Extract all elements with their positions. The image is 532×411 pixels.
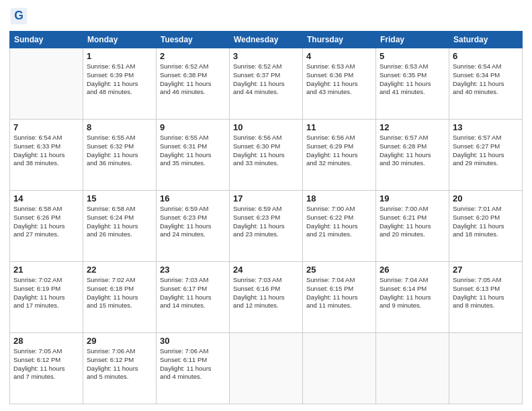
cell-content: Sunrise: 6:59 AM Sunset: 6:23 PM Dayligh… bbox=[233, 205, 299, 239]
calendar-body: 1Sunrise: 6:51 AM Sunset: 6:39 PM Daylig… bbox=[10, 48, 523, 404]
calendar-cell: 9Sunrise: 6:55 AM Sunset: 6:31 PM Daylig… bbox=[157, 120, 230, 191]
calendar-cell: 1Sunrise: 6:51 AM Sunset: 6:39 PM Daylig… bbox=[83, 48, 157, 120]
calendar-cell: 22Sunrise: 7:02 AM Sunset: 6:18 PM Dayli… bbox=[83, 262, 157, 333]
calendar-cell: 25Sunrise: 7:04 AM Sunset: 6:15 PM Dayli… bbox=[303, 262, 376, 333]
calendar-cell: 15Sunrise: 6:58 AM Sunset: 6:24 PM Dayli… bbox=[83, 191, 157, 262]
calendar-week-row: 21Sunrise: 7:02 AM Sunset: 6:19 PM Dayli… bbox=[10, 262, 523, 333]
cell-content: Sunrise: 6:53 AM Sunset: 6:35 PM Dayligh… bbox=[380, 62, 445, 97]
cell-content: Sunrise: 7:05 AM Sunset: 6:13 PM Dayligh… bbox=[453, 276, 519, 310]
cell-content: Sunrise: 6:51 AM Sunset: 6:39 PM Dayligh… bbox=[87, 62, 152, 97]
calendar-cell: 11Sunrise: 6:56 AM Sunset: 6:29 PM Dayli… bbox=[303, 120, 376, 191]
cell-content: Sunrise: 6:54 AM Sunset: 6:34 PM Dayligh… bbox=[453, 62, 519, 97]
weekday-header: Monday bbox=[83, 32, 157, 48]
cell-content: Sunrise: 7:02 AM Sunset: 6:19 PM Dayligh… bbox=[13, 276, 79, 310]
cell-content: Sunrise: 7:01 AM Sunset: 6:20 PM Dayligh… bbox=[453, 205, 519, 239]
calendar-cell: 27Sunrise: 7:05 AM Sunset: 6:13 PM Dayli… bbox=[449, 262, 523, 333]
day-number: 18 bbox=[306, 193, 372, 203]
calendar-week-row: 1Sunrise: 6:51 AM Sunset: 6:39 PM Daylig… bbox=[10, 48, 523, 120]
calendar-cell: 30Sunrise: 7:06 AM Sunset: 6:11 PM Dayli… bbox=[157, 333, 230, 404]
cell-content: Sunrise: 6:55 AM Sunset: 6:31 PM Dayligh… bbox=[160, 134, 226, 168]
calendar-cell: 23Sunrise: 7:03 AM Sunset: 6:17 PM Dayli… bbox=[157, 262, 230, 333]
cell-content: Sunrise: 6:52 AM Sunset: 6:37 PM Dayligh… bbox=[233, 62, 299, 97]
cell-content: Sunrise: 6:54 AM Sunset: 6:33 PM Dayligh… bbox=[13, 134, 79, 168]
calendar-cell: 14Sunrise: 6:58 AM Sunset: 6:26 PM Dayli… bbox=[10, 191, 83, 262]
weekday-header: Tuesday bbox=[157, 32, 230, 48]
calendar-cell: 24Sunrise: 7:03 AM Sunset: 6:16 PM Dayli… bbox=[230, 262, 303, 333]
calendar-cell: 13Sunrise: 6:57 AM Sunset: 6:27 PM Dayli… bbox=[449, 120, 523, 191]
calendar-week-row: 28Sunrise: 7:05 AM Sunset: 6:12 PM Dayli… bbox=[10, 333, 523, 404]
calendar-cell: 18Sunrise: 7:00 AM Sunset: 6:22 PM Dayli… bbox=[303, 191, 376, 262]
cell-content: Sunrise: 7:03 AM Sunset: 6:17 PM Dayligh… bbox=[160, 276, 226, 310]
cell-content: Sunrise: 7:03 AM Sunset: 6:16 PM Dayligh… bbox=[233, 276, 299, 310]
cell-content: Sunrise: 6:57 AM Sunset: 6:27 PM Dayligh… bbox=[453, 134, 519, 168]
calendar-cell: 10Sunrise: 6:56 AM Sunset: 6:30 PM Dayli… bbox=[230, 120, 303, 191]
cell-content: Sunrise: 7:05 AM Sunset: 6:12 PM Dayligh… bbox=[13, 347, 79, 381]
day-number: 19 bbox=[380, 193, 445, 203]
day-number: 7 bbox=[13, 122, 79, 132]
calendar-cell bbox=[376, 333, 449, 404]
day-number: 10 bbox=[233, 122, 299, 132]
day-number: 3 bbox=[233, 51, 299, 61]
calendar-cell: 2Sunrise: 6:52 AM Sunset: 6:38 PM Daylig… bbox=[157, 48, 230, 120]
weekday-row: SundayMondayTuesdayWednesdayThursdayFrid… bbox=[10, 32, 523, 48]
day-number: 1 bbox=[87, 51, 152, 61]
cell-content: Sunrise: 6:52 AM Sunset: 6:38 PM Dayligh… bbox=[160, 62, 226, 97]
cell-content: Sunrise: 7:02 AM Sunset: 6:18 PM Dayligh… bbox=[87, 276, 152, 310]
calendar-cell bbox=[449, 333, 523, 404]
calendar-cell: 17Sunrise: 6:59 AM Sunset: 6:23 PM Dayli… bbox=[230, 191, 303, 262]
calendar-cell: 26Sunrise: 7:04 AM Sunset: 6:14 PM Dayli… bbox=[376, 262, 449, 333]
cell-content: Sunrise: 7:04 AM Sunset: 6:15 PM Dayligh… bbox=[306, 276, 372, 310]
day-number: 26 bbox=[380, 265, 445, 275]
calendar-cell: 20Sunrise: 7:01 AM Sunset: 6:20 PM Dayli… bbox=[449, 191, 523, 262]
day-number: 13 bbox=[453, 122, 519, 132]
day-number: 15 bbox=[87, 193, 152, 203]
weekday-header: Sunday bbox=[10, 32, 83, 48]
day-number: 29 bbox=[87, 336, 152, 346]
cell-content: Sunrise: 7:00 AM Sunset: 6:21 PM Dayligh… bbox=[380, 205, 445, 239]
cell-content: Sunrise: 7:04 AM Sunset: 6:14 PM Dayligh… bbox=[380, 276, 445, 310]
calendar-table: SundayMondayTuesdayWednesdayThursdayFrid… bbox=[9, 31, 523, 404]
day-number: 20 bbox=[453, 193, 519, 203]
cell-content: Sunrise: 7:00 AM Sunset: 6:22 PM Dayligh… bbox=[306, 205, 372, 239]
day-number: 8 bbox=[87, 122, 152, 132]
calendar-cell: 28Sunrise: 7:05 AM Sunset: 6:12 PM Dayli… bbox=[10, 333, 83, 404]
svg-text:G: G bbox=[14, 9, 24, 22]
page: G SundayMondayTuesdayWednesdayThursdayFr… bbox=[0, 0, 532, 411]
calendar-week-row: 14Sunrise: 6:58 AM Sunset: 6:26 PM Dayli… bbox=[10, 191, 523, 262]
weekday-header: Friday bbox=[376, 32, 449, 48]
calendar-week-row: 7Sunrise: 6:54 AM Sunset: 6:33 PM Daylig… bbox=[10, 120, 523, 191]
day-number: 12 bbox=[380, 122, 445, 132]
cell-content: Sunrise: 6:55 AM Sunset: 6:32 PM Dayligh… bbox=[87, 134, 152, 168]
day-number: 27 bbox=[453, 265, 519, 275]
day-number: 21 bbox=[13, 265, 79, 275]
weekday-header: Thursday bbox=[303, 32, 376, 48]
cell-content: Sunrise: 6:57 AM Sunset: 6:28 PM Dayligh… bbox=[380, 134, 445, 168]
cell-content: Sunrise: 6:59 AM Sunset: 6:23 PM Dayligh… bbox=[160, 205, 226, 239]
calendar-cell: 12Sunrise: 6:57 AM Sunset: 6:28 PM Dayli… bbox=[376, 120, 449, 191]
logo-icon: G bbox=[9, 7, 28, 26]
day-number: 2 bbox=[160, 51, 226, 61]
calendar-cell bbox=[303, 333, 376, 404]
cell-content: Sunrise: 7:06 AM Sunset: 6:11 PM Dayligh… bbox=[160, 347, 226, 381]
day-number: 17 bbox=[233, 193, 299, 203]
calendar-cell: 5Sunrise: 6:53 AM Sunset: 6:35 PM Daylig… bbox=[376, 48, 449, 120]
day-number: 24 bbox=[233, 265, 299, 275]
calendar-header: SundayMondayTuesdayWednesdayThursdayFrid… bbox=[10, 32, 523, 48]
calendar-cell bbox=[10, 48, 83, 120]
day-number: 23 bbox=[160, 265, 226, 275]
day-number: 11 bbox=[306, 122, 372, 132]
day-number: 6 bbox=[453, 51, 519, 61]
day-number: 28 bbox=[13, 336, 79, 346]
day-number: 30 bbox=[160, 336, 226, 346]
day-number: 14 bbox=[13, 193, 79, 203]
header: G bbox=[9, 7, 523, 26]
calendar-cell: 6Sunrise: 6:54 AM Sunset: 6:34 PM Daylig… bbox=[449, 48, 523, 120]
cell-content: Sunrise: 6:58 AM Sunset: 6:26 PM Dayligh… bbox=[13, 205, 79, 239]
day-number: 4 bbox=[306, 51, 372, 61]
day-number: 5 bbox=[380, 51, 445, 61]
calendar-cell: 19Sunrise: 7:00 AM Sunset: 6:21 PM Dayli… bbox=[376, 191, 449, 262]
calendar-cell: 4Sunrise: 6:53 AM Sunset: 6:36 PM Daylig… bbox=[303, 48, 376, 120]
calendar-cell: 29Sunrise: 7:06 AM Sunset: 6:12 PM Dayli… bbox=[83, 333, 157, 404]
calendar-cell: 16Sunrise: 6:59 AM Sunset: 6:23 PM Dayli… bbox=[157, 191, 230, 262]
day-number: 25 bbox=[306, 265, 372, 275]
